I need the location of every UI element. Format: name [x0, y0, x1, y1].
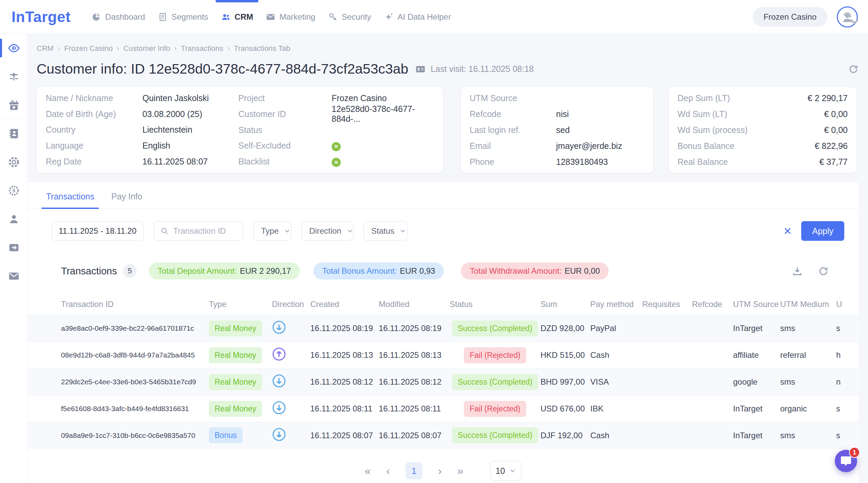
user-avatar[interactable]	[837, 6, 858, 27]
date-range-input[interactable]	[52, 221, 144, 241]
info-field-utm-source: UTM Source	[470, 90, 653, 106]
nav-item-label: AI Data Helper	[398, 12, 451, 22]
field-value: € 0,00	[824, 109, 848, 119]
svg-text:$: $	[13, 46, 15, 50]
breadcrumb-item-crm[interactable]: CRM	[37, 44, 54, 53]
cell-modified: 16.11.2025 08:11	[379, 404, 450, 413]
sidebar-item-login[interactable]	[0, 233, 27, 262]
cell-direction	[272, 374, 310, 390]
tab-transactions[interactable]: Transactions	[45, 182, 95, 209]
cell-created: 16.11.2025 08:11	[310, 404, 379, 413]
field-value: English	[142, 141, 170, 151]
sidebar-item-gift[interactable]	[0, 91, 27, 119]
cell-utm-source: affiliate	[733, 350, 780, 360]
table-row[interactable]: a39e8ac0-0ef9-339e-bc22-96a61701871cReal…	[28, 315, 859, 342]
arrow-up-circle-icon[interactable]	[272, 347, 286, 361]
nav-item-crm[interactable]: CRM	[221, 0, 253, 34]
table-row[interactable]: 229dc2e5-c4ee-33e6-b0e3-5465b31e7cd9Real…	[28, 368, 859, 395]
arrow-down-circle-icon[interactable]	[272, 320, 286, 334]
eye-finance-icon: $	[8, 42, 20, 54]
nav-item-segments[interactable]: Segments	[158, 0, 208, 34]
breadcrumb-item-transactions-tab[interactable]: Transactions Tab	[234, 44, 290, 53]
field-label: Dep Sum (LT)	[677, 93, 730, 103]
summary-pills: Total Deposit Amount:EUR 2 290,17Total B…	[137, 263, 609, 279]
transactions-summary: Transactions 5 Total Deposit Amount:EUR …	[61, 263, 829, 279]
column-header-refcode: Refcode	[692, 300, 733, 309]
sidebar-item-eye-finance[interactable]: $	[0, 34, 27, 62]
field-value: ✕	[332, 156, 341, 167]
breadcrumb-item-transactions[interactable]: Transactions	[181, 44, 223, 53]
chip-dollar-icon: $	[8, 185, 20, 197]
sidebar-item-person[interactable]	[0, 205, 27, 233]
chevron-down-icon	[346, 227, 354, 235]
field-value: 16.11.2025 08:07	[142, 157, 208, 167]
column-header-modified: Modified	[379, 300, 450, 309]
pill-label: Total Bonus Amount:	[322, 266, 397, 276]
nav-item-ai-data-helper[interactable]: AI Data Helper	[384, 0, 451, 34]
cell-transaction-id: f5e61608-8d43-3afc-b449-fe4fd8316631	[61, 405, 209, 413]
pill-value: EUR 2 290,17	[240, 266, 291, 276]
nav-item-dashboard[interactable]: Dashboard	[92, 0, 145, 34]
nav-item-security[interactable]: Security	[328, 0, 371, 34]
table-body: a39e8ac0-0ef9-339e-bc22-96a61701871cReal…	[28, 315, 859, 449]
pill-value: EUR 0,93	[400, 266, 435, 276]
table-row[interactable]: 08e9d12b-c6a8-3df8-944d-97a7a2ba4845Real…	[28, 342, 859, 368]
apply-button[interactable]: Apply	[801, 221, 844, 241]
info-field-refcode: Refcodenisi	[470, 106, 653, 122]
app-logo: InTarget	[12, 8, 71, 25]
first-page-button[interactable]: «	[365, 465, 371, 476]
search-icon	[160, 227, 169, 235]
status-filter-select[interactable]: Status	[363, 221, 408, 241]
search-wrap	[154, 221, 243, 241]
chat-launcher[interactable]: 1	[835, 450, 857, 472]
table-row[interactable]: 09a8a9e9-1cc7-310b-b6cc-0c6e9835a570Bonu…	[28, 422, 859, 449]
last-page-button[interactable]: »	[457, 465, 463, 476]
main-content: CRM›Frozen Casino›Customer Info›Transact…	[28, 34, 868, 483]
sidebar-item-chip[interactable]	[0, 148, 27, 176]
status-badge: Success (Completed)	[452, 321, 538, 336]
transactions-title: Transactions	[61, 266, 117, 277]
last-visit-label: Last visit: 16.11.2025 08:18	[431, 64, 534, 74]
field-label: Reg Date	[46, 157, 142, 167]
column-header-utm-source: UTM Source	[733, 300, 780, 309]
arrow-down-circle-icon[interactable]	[272, 374, 286, 388]
tabs-bar: TransactionsPay Info	[28, 182, 859, 209]
sidebar-item-chip-dollar[interactable]: $	[0, 176, 27, 205]
arrow-down-circle-icon[interactable]	[272, 401, 286, 415]
breadcrumb-item-frozen-casino[interactable]: Frozen Casino	[64, 44, 113, 53]
direction-filter-select[interactable]: Direction	[301, 221, 353, 241]
clear-filters-button[interactable]: ✕	[783, 225, 792, 237]
cell-utm-campaign: s	[836, 404, 856, 413]
current-page-button[interactable]: 1	[406, 462, 422, 479]
cell-type: Real Money	[209, 374, 272, 390]
next-page-button[interactable]: ›	[438, 465, 442, 476]
refresh-icon[interactable]	[848, 64, 859, 74]
id-card-icon	[415, 64, 426, 75]
cell-direction	[272, 427, 310, 444]
chat-unread-badge: 1	[849, 447, 860, 458]
info-field-wd-sum-process: Wd Sum (process)€ 0,00	[677, 122, 848, 138]
sidebar-item-contacts[interactable]	[0, 119, 27, 148]
info-field-reg-date: Reg Date16.11.2025 08:07	[46, 154, 238, 170]
tab-pay-info[interactable]: Pay Info	[111, 182, 143, 209]
info-field-last-login-ref: Last login ref.sed	[470, 122, 653, 138]
prev-page-button[interactable]: ‹	[386, 465, 390, 476]
field-value: € 2 290,17	[808, 93, 848, 103]
project-selector-button[interactable]: Frozen Casino	[753, 7, 827, 27]
info-field-bonus-balance: Bonus Balance€ 822,96	[677, 138, 848, 154]
field-label: Phone	[470, 157, 556, 167]
download-icon[interactable]	[792, 266, 803, 276]
nav-item-label: CRM	[235, 12, 253, 22]
breadcrumb-item-customer-info[interactable]: Customer Info	[123, 44, 170, 53]
type-filter-select[interactable]: Type	[253, 221, 291, 241]
sidebar-item-mail[interactable]	[0, 262, 27, 290]
arrow-down-circle-icon[interactable]	[272, 427, 286, 442]
table-row[interactable]: f5e61608-8d43-3afc-b449-fe4fd8316631Real…	[28, 395, 859, 422]
cell-modified: 16.11.2025 08:13	[379, 350, 450, 360]
chip-icon	[8, 156, 20, 168]
nav-item-marketing[interactable]: Marketing	[266, 0, 315, 34]
info-field-customer-id: Customer ID12e528d0-378c-4677-884d-...	[238, 106, 443, 122]
table-refresh-icon[interactable]	[818, 266, 829, 276]
sidebar-item-tune[interactable]	[0, 62, 27, 91]
page-size-select[interactable]: 10	[490, 461, 521, 481]
